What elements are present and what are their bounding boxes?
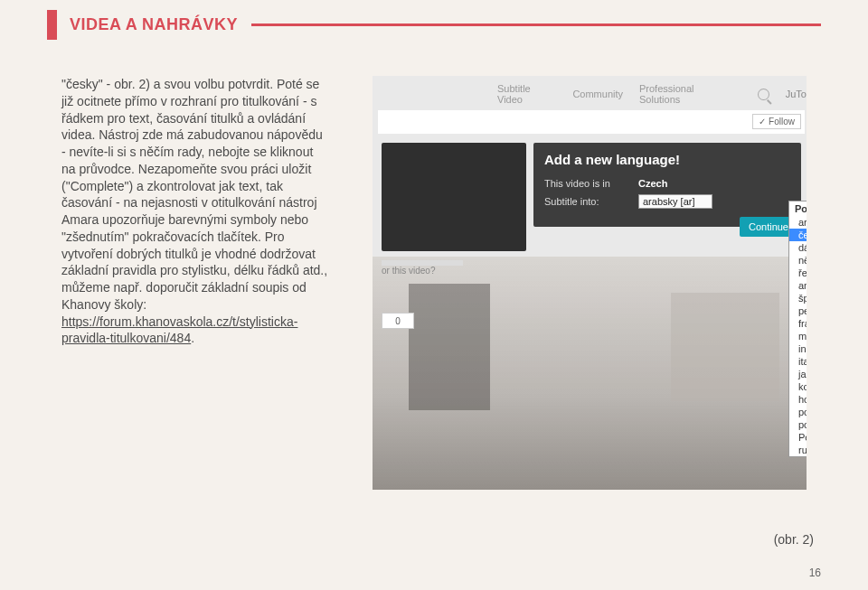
dropdown-option[interactable]: persky [fa] <box>789 304 807 317</box>
add-language-dialog: Add a new language! This video is in Cze… <box>533 143 801 227</box>
dropdown-option[interactable]: anglicky [en] <box>789 279 807 292</box>
subtitle-into-select[interactable]: arabsky [ar] <box>638 194 712 209</box>
figure-caption: (obr. 2) <box>774 532 814 547</box>
embedded-screenshot: Subtitle Video Community Professional So… <box>373 76 807 490</box>
page-number: 16 <box>809 567 821 579</box>
video-thumbnail <box>382 143 526 251</box>
accent-bar-right <box>251 23 821 26</box>
dropdown-option[interactable]: rumunsky [ro] <box>789 444 807 456</box>
accent-bar-left <box>47 10 57 40</box>
dropdown-option[interactable]: německy [de] <box>789 254 807 267</box>
body-paragraph: "česky" - obr. 2) a svou volbu potvrdit.… <box>61 76 328 347</box>
like-counter[interactable]: 0 <box>382 313 414 329</box>
search-icon[interactable] <box>758 89 769 100</box>
top-tabs: Subtitle Video Community Professional So… <box>497 83 807 105</box>
row-video-in: This video is in Czech <box>544 178 790 189</box>
row-subtitle-into: Subtitle into: arabsky [ar] <box>544 194 790 209</box>
dropdown-option[interactable]: holandsky [nl] <box>789 393 807 406</box>
follow-button[interactable]: ✓ Follow <box>752 114 801 129</box>
dropdown-group-label: Popular <box>789 201 807 216</box>
dropdown-option[interactable]: japonsky [ja] <box>789 368 807 380</box>
paragraph-trailing: . <box>191 331 194 345</box>
dropdown-option[interactable]: indonésky [id] <box>789 342 807 355</box>
title-bar <box>378 110 805 134</box>
dropdown-option[interactable]: dánsky [da] <box>789 241 807 254</box>
user-label: JuTo <box>786 89 807 99</box>
video-still-placeholder <box>373 257 807 490</box>
section-header: VIDEA A NAHRÁVKY <box>47 10 250 40</box>
dropdown-option[interactable]: portugalsky [pt] <box>789 418 807 431</box>
dropdown-option[interactable]: korejsky [ko] <box>789 380 807 393</box>
tab-pro-solutions[interactable]: Professional Solutions <box>639 83 734 105</box>
tab-subtitle-video[interactable]: Subtitle Video <box>497 83 556 105</box>
dropdown-option[interactable]: maďarsky [hu] <box>789 330 807 342</box>
dropdown-option[interactable]: francouzsky [fr] <box>789 317 807 330</box>
dropdown-option[interactable]: italsky [it] <box>789 355 807 368</box>
value-video-in: Czech <box>638 178 667 189</box>
dropdown-option[interactable]: česky [cs] <box>789 229 807 241</box>
paragraph-text: "česky" - obr. 2) a svou volbu potvrdit.… <box>61 77 327 312</box>
section-title: VIDEA A NAHRÁVKY <box>57 15 250 34</box>
label-video-in: This video is in <box>544 178 638 189</box>
reference-link[interactable]: https://forum.khanovaskola.cz/t/stylisti… <box>61 314 297 346</box>
dropdown-option[interactable]: řecky [el] <box>789 267 807 279</box>
dropdown-option[interactable]: Portuguese, Brazilian [pt-br] <box>789 431 807 444</box>
dialog-title: Add a new language! <box>544 152 790 167</box>
tab-community[interactable]: Community <box>572 89 623 99</box>
question-hint: or this video? <box>382 266 435 276</box>
label-subtitle-into: Subtitle into: <box>544 196 638 207</box>
dropdown-option[interactable]: španělsky [es] <box>789 292 807 304</box>
dropdown-option[interactable]: arabsky [ar] <box>789 216 807 229</box>
language-dropdown[interactable]: Popular arabsky [ar]česky [cs]dánsky [da… <box>788 201 807 457</box>
dropdown-option[interactable]: polsky [pl] <box>789 406 807 418</box>
